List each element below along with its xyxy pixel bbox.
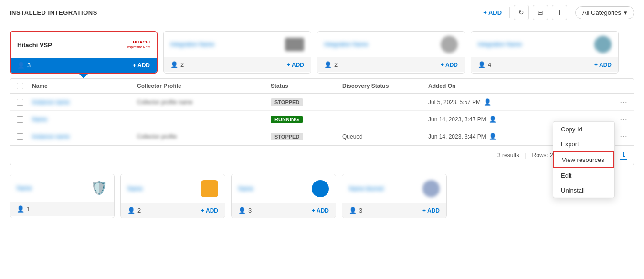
context-menu-uninstall[interactable]: Uninstall <box>553 182 614 197</box>
row2-name[interactable]: Name <box>32 116 137 123</box>
add-button[interactable]: + ADD <box>479 7 506 18</box>
th-discovery: Discovery Status <box>342 83 428 89</box>
refresh-button[interactable]: ↻ <box>514 5 529 20</box>
user-icon-b1: 👤 <box>17 205 24 213</box>
row3-name[interactable]: Instance name <box>32 133 137 140</box>
card-arrow <box>10 74 158 78</box>
card-user-count-4: 👤 4 <box>478 61 491 68</box>
row2-checkbox[interactable] <box>17 116 23 123</box>
card-2[interactable]: Integration Name 👤 2 + ADD <box>163 31 311 74</box>
header: INSTALLED INTEGRATIONS + ADD ↻ ⊟ ⬆ All C… <box>0 0 644 25</box>
divider-pipe: | <box>525 152 526 159</box>
bottom-card-add-3[interactable]: + ADD <box>312 207 329 214</box>
row1-collector: Collector profile name <box>137 99 271 106</box>
row3-status-badge: STOPPED <box>271 133 303 140</box>
row3-user-icon: 👤 <box>489 133 496 140</box>
bottom-card-users-2: 👤 2 <box>127 207 141 214</box>
context-menu-export[interactable]: Export <box>553 136 614 151</box>
row3-status: STOPPED <box>271 133 342 140</box>
row1-status: STOPPED <box>271 98 342 106</box>
row3-collector: Collector profile <box>137 133 271 140</box>
card-bottom: 👤 3 + ADD <box>11 58 157 73</box>
bottom-card-users-4: 👤 3 <box>349 207 362 214</box>
table-footer: 3 results | Rows: 20 ▾ ⟨⟨ ‹ Page 1 <box>10 145 634 165</box>
row2-status-badge: RUNNING <box>271 116 303 123</box>
blue-circle-icon <box>312 180 329 197</box>
row3-collector-text: Collector profile <box>137 133 177 140</box>
filter-button[interactable]: ⊟ <box>533 5 548 20</box>
blur-circle-icon-b4 <box>422 180 440 197</box>
table-row-3: Instance name Collector profile STOPPED … <box>10 128 634 145</box>
card-logo: HITACHIInspire the Next <box>116 38 150 52</box>
divider <box>509 7 510 18</box>
row1-status-badge: STOPPED <box>271 98 303 106</box>
bottom-card-users-1: 👤 1 <box>17 205 30 213</box>
bottom-card-2[interactable]: Name 👤 2 + ADD <box>120 174 225 218</box>
current-page: 1 <box>620 150 627 160</box>
bottom-card-1[interactable]: Name 🛡️ 👤 1 <box>10 174 115 218</box>
context-menu-edit[interactable]: Edit <box>553 168 614 182</box>
card-add-button-3[interactable]: + ADD <box>441 62 458 68</box>
row2-check[interactable] <box>17 116 32 123</box>
card-top-3: Integration Name <box>317 32 465 57</box>
bottom-card-top-3: Name <box>232 174 336 203</box>
row3-checkbox[interactable] <box>17 133 23 140</box>
card-hitachi-vsp[interactable]: Hitachi VSP HITACHIInspire the Next 👤 3 … <box>10 31 158 74</box>
bottom-card-add-4[interactable]: + ADD <box>422 207 440 214</box>
row3-discovery: Queued <box>342 133 428 140</box>
card-add-button[interactable]: + ADD <box>133 62 150 69</box>
bottom-card-4[interactable]: Name blurred 👤 3 + ADD <box>342 174 447 218</box>
results-count: 3 results <box>497 152 519 159</box>
row3-name-text: Instance name <box>32 133 70 140</box>
card-top-4: Integration Name <box>471 32 618 57</box>
card-3[interactable]: Integration Name 👤 2 + ADD <box>317 31 465 74</box>
card-add-button-4[interactable]: + ADD <box>594 62 612 68</box>
row1-name[interactable]: Instance name <box>32 98 137 106</box>
card-user-count-2: 👤 2 <box>170 61 184 68</box>
bottom-card-name-2: Name <box>127 185 143 192</box>
row3-added-date: Jun 14, 2023, 3:44 PM <box>428 133 486 140</box>
row1-more-button[interactable]: ⋯ <box>620 97 627 107</box>
card-logo-2 <box>271 38 304 51</box>
row2-actions: ⋯ <box>614 115 627 124</box>
user-icon-b3: 👤 <box>238 207 246 214</box>
bottom-cards-row: Name 🛡️ 👤 1 Name 👤 <box>0 169 644 218</box>
row2-more-button[interactable]: ⋯ <box>620 115 627 124</box>
export-button[interactable]: ⬆ <box>552 5 567 20</box>
page-title: INSTALLED INTEGRATIONS <box>10 9 97 16</box>
select-all-checkbox[interactable] <box>17 83 23 89</box>
bottom-card-3[interactable]: Name 👤 3 + ADD <box>231 174 336 218</box>
card-logo-3 <box>424 38 458 51</box>
card-add-button-2[interactable]: + ADD <box>287 62 304 68</box>
bottom-card-name-3: Name <box>238 185 253 192</box>
row1-added-date: Jul 5, 2023, 5:57 PM <box>428 99 481 106</box>
shield-icon: 🛡️ <box>91 180 107 196</box>
row3-more-button[interactable]: ⋯ <box>620 132 627 141</box>
context-menu-view-resources[interactable]: View resources <box>553 151 614 168</box>
table-header: Name Collector Profile Status Discovery … <box>10 79 634 94</box>
table-row: Instance name Collector profile name STO… <box>10 94 634 111</box>
row2-added-date: Jun 14, 2023, 3:47 PM <box>428 116 486 123</box>
yellow-square-icon <box>201 180 218 197</box>
user-icon-2: 👤 <box>170 61 178 68</box>
bottom-card-add-2[interactable]: + ADD <box>201 207 218 214</box>
card-4[interactable]: Integration Name 👤 4 + ADD <box>471 31 619 74</box>
context-menu-copy-id[interactable]: Copy Id <box>553 121 614 136</box>
row1-check[interactable] <box>17 99 32 106</box>
bottom-card-bottom-2: 👤 2 + ADD <box>121 203 225 218</box>
card-user-count-3: 👤 2 <box>324 61 338 68</box>
row3-actions: ⋯ <box>614 132 627 141</box>
th-name: Name <box>32 83 137 89</box>
categories-label: All Categories <box>582 9 621 16</box>
top-cards-row: Hitachi VSP HITACHIInspire the Next 👤 3 … <box>10 31 634 74</box>
row1-checkbox[interactable] <box>17 99 23 106</box>
th-check <box>17 83 32 89</box>
user-icon-3: 👤 <box>324 61 332 68</box>
th-status: Status <box>271 83 342 89</box>
row3-check[interactable] <box>17 133 32 140</box>
row1-actions: ⋯ <box>614 97 627 107</box>
categories-dropdown[interactable]: All Categories ▾ <box>575 6 634 19</box>
bottom-card-bottom-3: 👤 3 + ADD <box>232 203 336 218</box>
chevron-down-icon: ▾ <box>624 9 627 16</box>
dropdown-arrow <box>79 74 88 78</box>
